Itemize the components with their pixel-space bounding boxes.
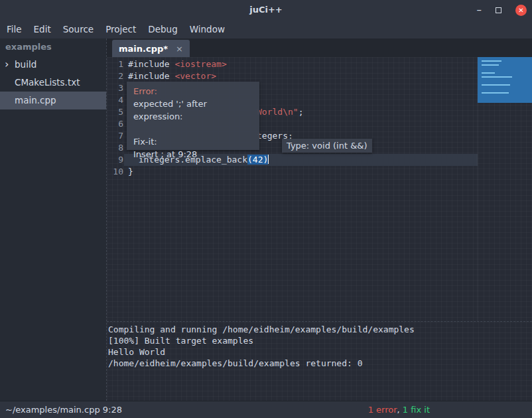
text-cursor: [268, 155, 269, 164]
main-area: examples › build CMakeLists.txt main.cpp…: [0, 38, 532, 401]
line-number: 1: [107, 58, 123, 70]
code-line[interactable]: }: [128, 166, 133, 178]
error-tooltip: Error: expected ';' after expression: Fi…: [127, 82, 259, 150]
menu-item-file[interactable]: File: [1, 20, 28, 38]
line-number: 2: [107, 70, 123, 82]
overview-code-mark: [482, 64, 499, 66]
tab-label: main.cpp*: [119, 44, 168, 54]
window-title: juCi++: [0, 0, 532, 20]
app-window: juCi++ – ✕ File Edit Source Project Debu…: [0, 0, 532, 418]
overview-code-mark: [482, 60, 501, 62]
status-location: ~/examples/main.cpp 9:28: [5, 405, 122, 415]
output-line: /home/eidheim/examples/build/examples re…: [108, 358, 532, 369]
editor-column: main.cpp* × 1#include <iostream>2#includ…: [106, 38, 532, 401]
output-line: [100%] Built target examples: [108, 335, 532, 346]
line-number: 4: [107, 94, 123, 106]
line-number: 10: [107, 166, 123, 178]
chevron-right-icon[interactable]: ›: [5, 56, 9, 73]
tooltip-gap: [133, 123, 253, 135]
code-editor[interactable]: 1#include <iostream>2#include <vector>34…: [107, 57, 532, 321]
tree-item-label: build: [15, 59, 36, 70]
output-line: Compiling and running /home/eidheim/exam…: [108, 324, 532, 335]
line-number: 6: [107, 118, 123, 130]
line-number: 3: [107, 82, 123, 94]
overview-slider[interactable]: [478, 57, 532, 103]
type-tooltip: Type: void (int &&): [282, 139, 372, 153]
restore-icon[interactable]: [496, 7, 501, 13]
titlebar[interactable]: juCi++ – ✕: [0, 0, 532, 20]
tree-item-maincpp[interactable]: main.cpp: [0, 92, 106, 109]
overview-code-mark: [482, 92, 509, 94]
line-number: 8: [107, 142, 123, 154]
code-line[interactable]: #include <vector>: [128, 70, 216, 82]
project-header: examples: [0, 38, 106, 56]
tab-bar: main.cpp* ×: [107, 38, 532, 57]
tree-item-build[interactable]: › build: [0, 56, 106, 74]
statusbar: ~/examples/main.cpp 9:28 1 error, 1 fix …: [0, 401, 532, 418]
close-icon[interactable]: ✕: [515, 5, 527, 16]
menubar: File Edit Source Project Debug Window: [0, 20, 532, 38]
tooltip-fixit-text: Insert ; at 9:28: [133, 148, 253, 161]
code-fragment: World\n";: [257, 106, 303, 118]
menu-item-edit[interactable]: Edit: [28, 20, 57, 38]
status-diagnostics: 1 error, 1 fix it: [368, 405, 430, 415]
code-line[interactable]: #include <iostream>: [128, 58, 227, 70]
overview-code-mark: [482, 72, 495, 74]
menu-item-source[interactable]: Source: [57, 20, 100, 38]
tab-maincpp[interactable]: main.cpp* ×: [112, 40, 190, 57]
file-tree-sidebar: examples › build CMakeLists.txt main.cpp: [0, 38, 106, 401]
tree-item-cmakelists[interactable]: CMakeLists.txt: [0, 74, 106, 92]
tree-item-label: main.cpp: [15, 95, 56, 105]
status-error-count[interactable]: 1 error: [368, 405, 397, 415]
tooltip-error-message: expected ';' after expression:: [133, 98, 253, 123]
line-number: 5: [107, 106, 123, 118]
line-number: 7: [107, 130, 123, 142]
minimize-icon[interactable]: –: [477, 0, 482, 20]
tooltip-fixit-title: Fix-it:: [133, 135, 253, 148]
overview-map[interactable]: [477, 57, 532, 321]
output-line: Hello World: [108, 346, 532, 358]
tab-close-icon[interactable]: ×: [176, 44, 183, 54]
status-fixit-count[interactable]: 1 fix it: [403, 405, 430, 415]
tooltip-error-title: Error:: [133, 85, 253, 98]
window-controls: – ✕: [477, 0, 527, 20]
menu-item-debug[interactable]: Debug: [142, 20, 183, 38]
menu-item-project[interactable]: Project: [100, 20, 142, 38]
status-separator: ,: [397, 405, 403, 415]
overview-code-mark: [482, 84, 510, 86]
tree-item-label: CMakeLists.txt: [15, 77, 80, 88]
overview-code-mark: [482, 76, 512, 78]
output-panel[interactable]: Compiling and running /home/eidheim/exam…: [107, 321, 532, 401]
menu-item-window[interactable]: Window: [184, 20, 231, 38]
line-number: 9: [107, 154, 123, 166]
